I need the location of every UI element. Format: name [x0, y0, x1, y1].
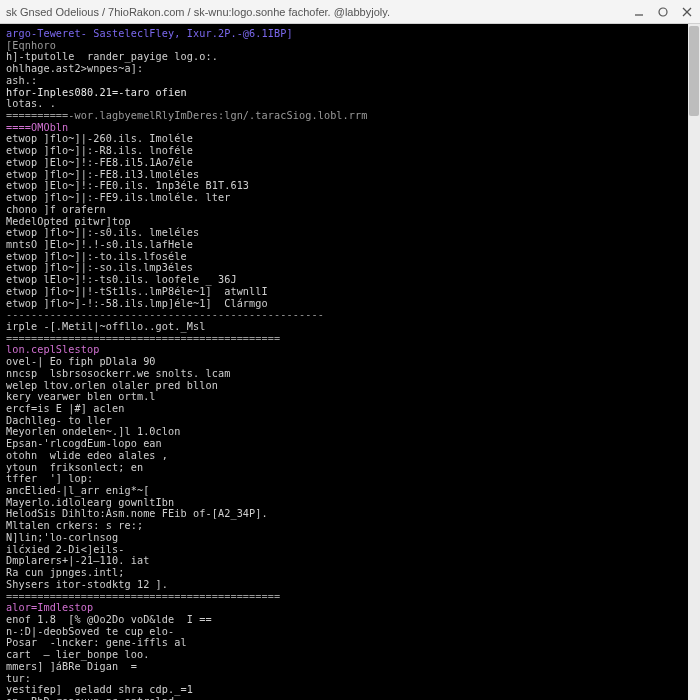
- log-line: ohlhage.ast2>wnpes~a]:: [6, 63, 143, 74]
- log-line: Shysers itor-stodktg 12 ].: [6, 579, 168, 590]
- log-line: mmers] ]áBRe Digan =: [6, 661, 137, 672]
- log-line: Epsan-'rlcogdEum-lopo ean: [6, 438, 162, 449]
- log-line: Ra cun jpnges.intl;: [6, 567, 124, 578]
- separator: ----------------------------------------…: [6, 309, 324, 320]
- log-line: Mayerlo.idlolearg gownltIbn: [6, 497, 174, 508]
- window-title: sk Gnsed Odelious / 7hioRakon.com / sk-w…: [6, 6, 632, 18]
- app-window: sk Gnsed Odelious / 7hioRakon.com / sk-w…: [0, 0, 700, 700]
- log-line: ash.:: [6, 75, 37, 86]
- header-line: argo-Teweret- SasteleclFley, Ixur.2P.-@6…: [6, 28, 293, 39]
- log-line: etwop ]flo~]|:-to.ils.lfoséle: [6, 251, 187, 262]
- log-line: Mltalen crkers: s re:;: [6, 520, 143, 531]
- log-line: tur:: [6, 673, 31, 684]
- section-title: alor=Imdlestop: [6, 602, 93, 613]
- log-line: etwop ]flo~]|:-s0.ils. lmeléles: [6, 227, 199, 238]
- log-line: ercf=is E |#] aclen: [6, 403, 124, 414]
- log-line: nncsp lsbrsosockerr.we snolts. lcam: [6, 368, 230, 379]
- log-line: HelodSis Dihlto:Asm.nome FEib of-[A2_34P…: [6, 508, 268, 519]
- log-line: chono ]f orafern: [6, 204, 106, 215]
- log-line: yestifep] geladd shra cdp._=1: [6, 684, 193, 695]
- terminal-output[interactable]: argo-Teweret- SasteleclFley, Ixur.2P.-@6…: [0, 24, 700, 700]
- log-line: etwop lElo~]!:-ts0.ils. loofele _ 36J: [6, 274, 237, 285]
- log-line: MedelOpted pitwr]top: [6, 216, 131, 227]
- svg-point-1: [659, 8, 667, 16]
- log-line: etwop ]Elo~]!:-FE0.ils. 1np3éle B1T.613: [6, 180, 249, 191]
- log-line: N]lin;'lo-corlnsog: [6, 532, 118, 543]
- log-line: etwop ]flo~]|!-tSt1ls..lmP8éle~1] atwnll…: [6, 286, 268, 297]
- separator: ==========-wor.lagbyemelRlyImDeres:lgn/.…: [6, 110, 368, 121]
- log-line: kery vearwer blen ortm.l: [6, 391, 156, 402]
- log-line: enof 1.8 [% @Oo2Do voD&lde I ==: [6, 614, 212, 625]
- section-title: lon.ceplSlestop: [6, 344, 100, 355]
- log-line: ytoun friksonlect; en: [6, 462, 143, 473]
- separator: ========================================…: [6, 591, 280, 602]
- log-line: etwop ]flo~]|:-FE9.ils.lmoléle. lter: [6, 192, 230, 203]
- scrollbar[interactable]: [688, 24, 700, 700]
- log-line: etwop ]flo~]|:-R8.ils. lnoféle: [6, 145, 193, 156]
- log-line: Posar -lncker: gene-iffls al: [6, 637, 187, 648]
- log-line: Dmplarers+|-21—110. iat: [6, 555, 149, 566]
- close-button[interactable]: [680, 5, 694, 19]
- window-controls: [632, 5, 694, 19]
- log-line: etwop ]flo~]|:-so.ils.lmp3éles: [6, 262, 193, 273]
- log-line: ====OMObln: [6, 122, 68, 133]
- log-line: Meyorlen ondelen~.]l 1.0clon: [6, 426, 181, 437]
- log-line: welep ltov.orlen olaler pred bllon: [6, 380, 218, 391]
- log-line: Dachlleg- to ller: [6, 415, 112, 426]
- log-line: hfor-Inples080.21=-taro ofien: [6, 87, 187, 98]
- log-line: etwop ]Elo~]!:-FE8.il5.1Ao7éle: [6, 157, 193, 168]
- log-line: h]-tputolle rander_payige log.o:.: [6, 51, 218, 62]
- log-line: ovel-| Eo fiph pDlala 90: [6, 356, 156, 367]
- terminal-area: argo-Teweret- SasteleclFley, Ixur.2P.-@6…: [0, 24, 700, 700]
- log-line: irple -[.Metil|~offllo..got._Msl: [6, 321, 205, 332]
- log-line: ancElied-|l_arr enig*~[: [6, 485, 149, 496]
- scrollbar-thumb[interactable]: [689, 26, 699, 116]
- titlebar[interactable]: sk Gnsed Odelious / 7hioRakon.com / sk-w…: [0, 0, 700, 24]
- maximize-button[interactable]: [656, 5, 670, 19]
- log-line: lotas. .: [6, 98, 56, 109]
- log-line: etwop ]flo~]|-260.ils. Imoléle: [6, 133, 193, 144]
- log-line: tffer '] lop:: [6, 473, 93, 484]
- separator: ========================================…: [6, 333, 280, 344]
- log-line: [Eqnhoro: [6, 40, 56, 51]
- log-line: n-:D|-deobSoved te cup elo-: [6, 626, 174, 637]
- minimize-button[interactable]: [632, 5, 646, 19]
- log-line: etwop ]flo~]|:-FE8.il3.lmoléles: [6, 169, 199, 180]
- log-line: mntsO ]Elo~]!.!-s0.ils.lafHele: [6, 239, 193, 250]
- log-line: cart — lier_bonpe loo.: [6, 649, 149, 660]
- log-line: ilćxied 2-Di<]eils-: [6, 544, 124, 555]
- log-line: etwop ]flo~]-!:-58.ils.lmp]éle~1] Clármg…: [6, 298, 268, 309]
- log-line: otohn wlide edeo alales ,: [6, 450, 168, 461]
- log-line: en -BhD reasuun as ontrelad .: [6, 696, 255, 700]
